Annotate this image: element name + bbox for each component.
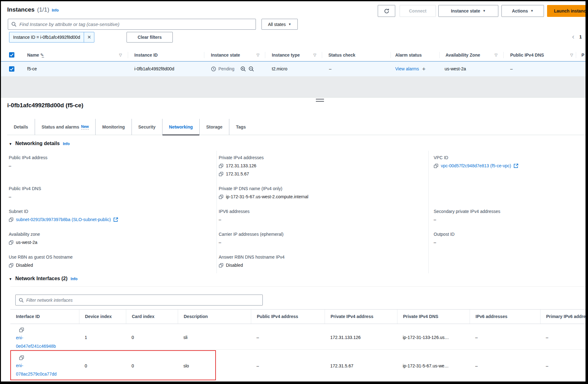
interface-row[interactable]: eni-0e047ef241c46948b 1 0 sli – 172.31.1… — [10, 324, 586, 350]
select-all-checkbox[interactable] — [9, 52, 14, 58]
field-answer-rbn: Answer RBN DNS hostname IPv4 Disabled — [219, 254, 419, 269]
interface-id-link[interactable]: eni-0e047ef241c46948b — [16, 334, 63, 351]
column-header-name[interactable]: Name ✎̲ — [27, 49, 44, 61]
az-filter-icon[interactable]: ▽ — [495, 49, 497, 61]
instances-info-link[interactable]: Info — [52, 8, 59, 13]
name-filter-icon[interactable]: ▽ — [119, 49, 122, 61]
tab-security[interactable]: Security — [132, 119, 162, 135]
split-panel-drag-handle[interactable] — [316, 99, 324, 102]
private-ipv4-value: 172.31.133.126 — [325, 324, 397, 351]
instances-table-header: Name ✎̲ ▽ Instance ID Instance state ▽ I… — [1, 49, 586, 61]
column-header-alarm-status[interactable]: Alarm status — [395, 49, 422, 61]
column-header-instance-state[interactable]: Instance state — [211, 49, 240, 61]
col-public-ipv4[interactable]: Public IPv4 address — [251, 310, 325, 324]
interface-filter-input[interactable] — [16, 295, 262, 305]
page-number[interactable]: 1 — [579, 34, 582, 39]
col-description[interactable]: Description — [178, 310, 251, 324]
interface-id-link[interactable]: eni-078ac2579c0ca77dd — [16, 361, 63, 378]
launch-instance-button[interactable]: Launch instance — [547, 5, 586, 17]
actions-dropdown[interactable]: Actions ▼ — [501, 5, 544, 17]
pending-clock-icon — [211, 66, 216, 72]
row-checkbox[interactable] — [9, 66, 14, 72]
instance-state-dropdown[interactable]: Instance state ▼ — [438, 5, 498, 17]
copy-icon[interactable] — [219, 195, 223, 199]
external-link-icon[interactable] — [113, 217, 118, 222]
dns-filter-icon[interactable]: ▽ — [570, 49, 573, 61]
table-top-border — [10, 286, 586, 287]
networking-details-heading: Networking details — [15, 141, 60, 146]
field-private-ipv4-addresses: Private IPv4 addresses 172.31.133.126 17… — [219, 154, 419, 178]
column-header-public-ipv4-dns[interactable]: Public IPv4 DNS — [510, 49, 544, 61]
column-header-availability-zone[interactable]: Availability Zone — [446, 49, 480, 61]
copy-icon[interactable] — [219, 164, 223, 168]
tab-tags[interactable]: Tags — [229, 119, 252, 135]
chevron-down-icon: ▼ — [288, 23, 291, 26]
view-alarms-link[interactable]: View alarms — [395, 62, 419, 76]
network-interfaces-section-header[interactable]: ▼ Network Interfaces (2) Info — [9, 276, 77, 281]
connect-button[interactable]: Connect — [400, 5, 436, 17]
type-filter-icon[interactable]: ▽ — [313, 49, 316, 61]
private-dns-value: ip-172-31-5-67.us-we… — [397, 350, 470, 381]
external-link-icon[interactable] — [514, 164, 518, 168]
col-interface-id[interactable]: Interface ID — [10, 310, 79, 324]
networking-details-col3: VPC ID vpc-00d57f2c948d7e813 (f5-ce-vpc)… — [434, 154, 581, 254]
copy-icon[interactable] — [9, 217, 13, 222]
column-header-clipped[interactable]: P — [581, 49, 584, 61]
availability-zone-value: us-west-2a — [16, 238, 37, 246]
copy-icon[interactable] — [9, 240, 13, 245]
previous-page-icon[interactable]: ‹ — [572, 34, 574, 40]
ec2-console-page: Instances (1/1) Info Connect Instance st… — [1, 1, 586, 381]
instance-row[interactable]: f5-ce i-0fb1afc4992f8d00d Pending t2.mic… — [1, 61, 586, 76]
col-primary-ipv6[interactable]: Primary IPv6 address — [540, 310, 586, 324]
networking-details-col2: Private IPv4 addresses 172.31.133.126 17… — [219, 154, 419, 277]
field-private-dns: Private IP DNS name (IPv4 only) ip-172-3… — [219, 185, 419, 201]
use-rbn-value: Disabled — [16, 261, 33, 269]
col-device-index[interactable]: Device index — [79, 310, 126, 324]
copy-icon[interactable] — [219, 172, 223, 176]
private-dns-value: ip-172-31-5-67.us-west-2.compute.interna… — [226, 193, 308, 201]
clear-filters-button[interactable]: Clear filters — [127, 32, 173, 43]
networking-details-info-link[interactable]: Info — [63, 142, 70, 146]
tab-monitoring[interactable]: Monitoring — [95, 119, 131, 135]
tab-networking[interactable]: Networking — [162, 119, 199, 135]
primary-ipv6-value: – — [540, 350, 586, 381]
copy-icon[interactable] — [19, 355, 24, 360]
state-filter-icon[interactable]: ▽ — [257, 49, 259, 61]
zoom-in-icon[interactable] — [240, 66, 246, 72]
tab-storage[interactable]: Storage — [199, 119, 229, 135]
copy-icon[interactable] — [19, 327, 24, 332]
add-alarm-plus-icon[interactable]: + — [422, 62, 426, 76]
instance-id-link[interactable]: i-0fb1afc4992f8d00d — [134, 62, 174, 76]
col-private-dns[interactable]: Private IPv4 DNS — [397, 310, 470, 324]
tab-status-and-alarms[interactable]: Status and alarms New — [35, 119, 95, 135]
answer-rbn-value: Disabled — [226, 261, 243, 269]
networking-details-section-header[interactable]: ▼ Networking details Info — [9, 141, 70, 146]
copy-icon[interactable] — [9, 263, 13, 268]
subnet-link[interactable]: subnet-0291f3c997397b8ba (SLO-subnet-pub… — [16, 215, 111, 224]
all-states-dropdown[interactable]: All states ▼ — [262, 19, 298, 30]
pagination: ‹ 1 — [572, 34, 582, 40]
public-ipv4-value: – — [251, 324, 325, 351]
vpc-link[interactable]: vpc-00d57f2c948d7e813 (f5-ce-vpc) — [441, 162, 511, 170]
device-index-value: 1 — [79, 324, 126, 351]
column-header-status-check[interactable]: Status check — [328, 49, 355, 61]
chevron-down-icon: ▼ — [531, 9, 534, 13]
search-input[interactable] — [8, 19, 256, 29]
copy-icon[interactable] — [219, 263, 223, 268]
remove-filter-icon[interactable]: ✕ — [84, 34, 94, 40]
instance-state-cell: Pending — [211, 62, 254, 76]
private-ip-1: 172.31.133.126 — [226, 162, 256, 170]
column-header-instance-id[interactable]: Instance ID — [134, 49, 158, 61]
tab-details[interactable]: Details — [7, 119, 35, 135]
zoom-out-icon[interactable] — [248, 66, 254, 72]
refresh-button[interactable] — [378, 5, 395, 17]
col-private-ipv4[interactable]: Private IPv4 address — [325, 310, 397, 324]
column-header-instance-type[interactable]: Instance type — [272, 49, 300, 61]
network-interfaces-info-link[interactable]: Info — [71, 277, 77, 281]
public-dns-value: – — [510, 62, 513, 76]
col-card-index[interactable]: Card index — [126, 310, 178, 324]
ipv6-value: – — [470, 324, 540, 351]
col-ipv6[interactable]: IPv6 addresses — [470, 310, 540, 324]
copy-icon[interactable] — [434, 164, 438, 168]
interface-row[interactable]: eni-078ac2579c0ca77dd 0 0 slo – 172.31.5… — [10, 350, 586, 381]
